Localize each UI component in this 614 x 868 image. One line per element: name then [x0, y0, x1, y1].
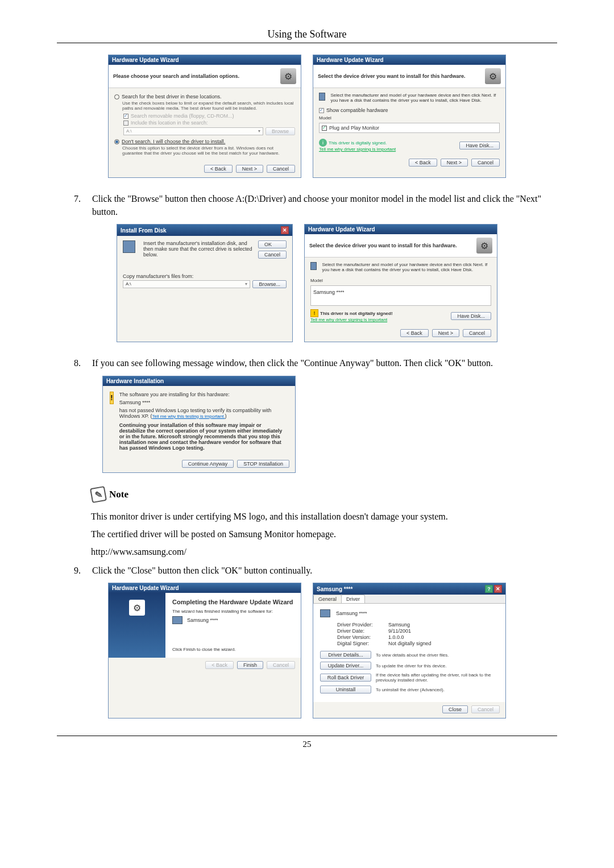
- check-removable-media[interactable]: Search removable media (floppy, CD-ROM..…: [123, 113, 295, 119]
- check-label: Include this location in the search:: [131, 120, 208, 126]
- radio-dont-search[interactable]: Don't search. I will choose the driver t…: [114, 139, 295, 144]
- dialog-titlebar: Hardware Update Wizard: [109, 55, 301, 65]
- update-driver-desc: To update the driver for this device.: [376, 663, 499, 668]
- have-disk-button[interactable]: Have Disk...: [451, 312, 491, 320]
- radio-search-best[interactable]: Search for the best driver in these loca…: [114, 94, 295, 99]
- stop-installation-button[interactable]: STOP Installation: [237, 460, 289, 468]
- model-item: Samsung ****: [313, 289, 345, 295]
- dialog-title: Hardware Installation: [106, 378, 164, 384]
- note-label: Note: [109, 489, 128, 500]
- check-include-location[interactable]: Include this location in the search:: [123, 120, 295, 126]
- provider-value: Samsung: [388, 622, 410, 628]
- wizard-icon: ⚙: [280, 68, 296, 84]
- update-driver-button[interactable]: Update Driver...: [320, 662, 371, 670]
- have-disk-button[interactable]: Have Disk...: [459, 142, 500, 149]
- finish-button[interactable]: Finish: [237, 661, 263, 669]
- checkbox-icon: [123, 114, 128, 119]
- check-icon: [322, 126, 327, 131]
- monitor-icon: [310, 262, 317, 270]
- warning-icon: !: [110, 392, 114, 404]
- note-block: ✎ Note: [91, 487, 557, 502]
- prop-device: Samsung ****: [336, 610, 367, 616]
- opt1-desc: Use the check boxes below to limit or ex…: [122, 101, 295, 111]
- dialog-header: Please choose your search and installati…: [109, 65, 301, 88]
- step-9: 9. Click the "Close" button then click "…: [74, 564, 557, 577]
- select-desc: Select the manufacturer and model of you…: [322, 262, 491, 272]
- check-label: Search removable media (floppy, CD-ROM..…: [131, 113, 234, 119]
- note-icon: ✎: [90, 486, 107, 503]
- ok-button[interactable]: OK: [258, 240, 287, 248]
- uninstall-button[interactable]: Uninstall: [320, 686, 371, 693]
- monitor-icon: [319, 93, 325, 101]
- dialog-heading: Please choose your search and installati…: [113, 73, 280, 79]
- tell-me-link[interactable]: Tell me why driver signing is important: [319, 147, 396, 152]
- checkbox-icon: [123, 121, 128, 126]
- signer-label: Digital Signer:: [337, 641, 388, 646]
- hw-wizard-select-driver-dialog: Hardware Update Wizard Select the device…: [313, 55, 506, 178]
- dialog-title: Samsung ****: [317, 586, 352, 592]
- complete-device: Samsung ****: [187, 617, 218, 623]
- testing-important-link[interactable]: Tell me why this testing is important.: [152, 414, 225, 419]
- install-from-disk-dialog: Install From Disk ✕ Insert the manufactu…: [117, 224, 293, 342]
- back-button[interactable]: < Back: [409, 159, 437, 167]
- note-para-2: The certified driver will be posted on S…: [91, 528, 557, 541]
- completing-wizard-dialog: Hardware Update Wizard ⚙ Completing the …: [108, 583, 301, 719]
- hw-wizard-select-driver-dialog-2: Hardware Update Wizard Select the device…: [304, 224, 497, 342]
- page-number: 25: [57, 736, 557, 761]
- model-listbox[interactable]: Plug and Play Monitor: [319, 123, 500, 133]
- dialog-titlebar: Install From Disk ✕: [117, 225, 292, 236]
- tab-general[interactable]: General: [313, 595, 342, 603]
- select-desc: Select the manufacturer and model of you…: [331, 93, 500, 103]
- cancel-button[interactable]: Cancel: [471, 159, 500, 167]
- note-para-1: This monitor driver is under certifying …: [91, 510, 557, 523]
- help-icon[interactable]: ?: [485, 585, 493, 593]
- date-label: Driver Date:: [337, 628, 388, 634]
- header-rule: [57, 43, 557, 43]
- cancel-button[interactable]: Cancel: [267, 165, 295, 173]
- floppy-icon: [123, 240, 135, 253]
- copy-from-label: Copy manufacturer's files from:: [123, 273, 287, 279]
- next-button[interactable]: Next >: [236, 165, 263, 173]
- path-combo[interactable]: A:\: [123, 127, 263, 135]
- tell-me-link[interactable]: Tell me why driver signing is important: [310, 317, 393, 322]
- provider-label: Driver Provider:: [337, 622, 388, 628]
- model-label: Model: [310, 278, 491, 283]
- warn-line3: has not passed Windows Logo testing to v…: [119, 408, 288, 419]
- tab-driver[interactable]: Driver: [341, 595, 365, 603]
- close-button[interactable]: Close: [442, 705, 468, 713]
- cancel-button[interactable]: Cancel: [471, 705, 500, 713]
- step-8: 8. If you can see following message wind…: [74, 356, 557, 369]
- cancel-button[interactable]: Cancel: [258, 251, 287, 259]
- step-text: If you can see following message window,…: [92, 356, 557, 369]
- next-button[interactable]: Next >: [441, 159, 468, 167]
- not-signed-text: This driver is not digitally signed!: [320, 311, 393, 316]
- checkbox-icon: [319, 108, 324, 113]
- opt2-desc: Choose this option to select the device …: [122, 146, 295, 156]
- back-button[interactable]: < Back: [205, 661, 234, 669]
- check-show-compatible[interactable]: Show compatible hardware: [319, 107, 500, 113]
- next-button[interactable]: Next >: [432, 329, 459, 337]
- warn-device: Samsung ****: [119, 400, 288, 405]
- model-listbox[interactable]: Samsung ****: [310, 285, 491, 306]
- close-icon[interactable]: ✕: [281, 226, 289, 234]
- figure-row-3: Hardware Installation ! The software you…: [102, 376, 557, 473]
- back-button[interactable]: < Back: [400, 329, 429, 337]
- check-label: Show compatible hardware: [326, 107, 388, 113]
- browse-button[interactable]: Browse: [265, 127, 295, 135]
- finish-hint: Click Finish to close the wizard.: [172, 647, 294, 652]
- step-number: 7.: [74, 192, 81, 218]
- uninstall-desc: To uninstall the driver (Advanced).: [376, 687, 499, 692]
- cancel-button[interactable]: Cancel: [463, 329, 491, 337]
- browse-button[interactable]: Browse...: [252, 280, 287, 288]
- driver-details-button[interactable]: Driver Details...: [320, 651, 371, 659]
- driver-details-desc: To view details about the driver files.: [376, 653, 499, 658]
- dialog-heading: Select the device driver you want to ins…: [318, 73, 485, 79]
- roll-back-button[interactable]: Roll Back Driver: [320, 674, 371, 682]
- continue-anyway-button[interactable]: Continue Anyway: [182, 460, 234, 468]
- close-icon[interactable]: ✕: [494, 585, 502, 593]
- path-combo[interactable]: A:\: [123, 280, 250, 288]
- back-button[interactable]: < Back: [204, 165, 233, 173]
- dialog-titlebar: Hardware Update Wizard: [313, 55, 505, 65]
- page-header: Using the Software: [57, 28, 557, 40]
- cancel-button[interactable]: Cancel: [267, 661, 295, 669]
